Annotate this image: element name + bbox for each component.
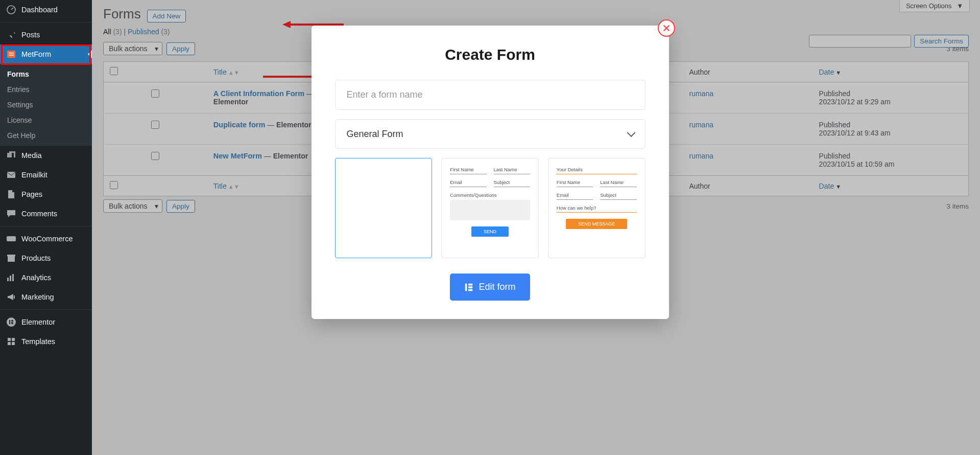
svg-rect-10: [12, 274, 14, 281]
submenu-entries[interactable]: Entries: [0, 82, 92, 97]
svg-rect-8: [7, 278, 9, 281]
active-caret-icon: [88, 50, 92, 58]
media-icon: [6, 150, 16, 161]
template-contact-2[interactable]: Your Details First Name Last Name Email …: [548, 158, 646, 258]
sidebar-item-woocommerce[interactable]: WooCommerce: [0, 229, 92, 248]
edit-form-label: Edit form: [479, 282, 515, 292]
template-blank[interactable]: [335, 158, 433, 258]
elementor-icon: [464, 283, 473, 292]
metform-icon: [6, 49, 16, 59]
sidebar-item-elementor[interactable]: Elementor: [0, 312, 92, 332]
elementor-icon: [6, 317, 16, 327]
sidebar-label: Templates: [21, 337, 55, 346]
products-icon: [6, 253, 16, 263]
sidebar-label: Comments: [21, 210, 57, 218]
create-form-modal: Create Form General Form First Name Last…: [312, 26, 669, 319]
sidebar-label: Analytics: [21, 274, 51, 282]
sidebar-label: Products: [21, 254, 51, 262]
sidebar-item-templates[interactable]: Templates: [0, 332, 92, 351]
svg-rect-5: [7, 236, 16, 241]
sidebar-label: Dashboard: [21, 6, 58, 14]
sidebar-item-analytics[interactable]: Analytics: [0, 268, 92, 287]
sidebar-label: Pages: [21, 190, 42, 198]
svg-rect-18: [12, 338, 15, 341]
svg-rect-3: [9, 55, 14, 56]
sidebar-label: Emailkit: [21, 171, 47, 179]
modal-title: Create Form: [335, 46, 646, 63]
pin-icon: [6, 30, 16, 40]
svg-rect-26: [469, 283, 473, 285]
svg-rect-16: [11, 323, 13, 324]
svg-rect-2: [9, 53, 14, 54]
svg-rect-14: [11, 320, 13, 321]
svg-rect-25: [465, 283, 467, 290]
template-preview-send: SEND MESSAGE: [566, 219, 627, 229]
sidebar-label: MetForm: [21, 50, 51, 58]
svg-rect-6: [8, 256, 15, 262]
template-contact-1[interactable]: First Name Last Name Email Subject Comme…: [441, 158, 539, 258]
template-gallery: First Name Last Name Email Subject Comme…: [335, 158, 646, 258]
sidebar-label: Posts: [21, 31, 40, 39]
submenu-settings[interactable]: Settings: [0, 97, 92, 112]
svg-rect-1: [7, 51, 15, 58]
submenu-forms[interactable]: Forms: [0, 66, 92, 82]
megaphone-icon: [6, 292, 16, 302]
svg-rect-17: [8, 338, 11, 341]
template-preview-send: SEND: [471, 226, 509, 237]
svg-rect-11: [14, 295, 15, 299]
form-name-input[interactable]: [335, 80, 646, 110]
sidebar-label: Marketing: [21, 293, 54, 301]
dashboard-icon: [6, 5, 16, 15]
comments-icon: [6, 209, 16, 219]
edit-form-button[interactable]: Edit form: [450, 274, 530, 301]
submenu-get-help[interactable]: Get Help: [0, 128, 92, 143]
admin-sidebar: Dashboard Posts MetForm Forms Entries Se…: [0, 0, 92, 455]
svg-rect-15: [11, 322, 13, 323]
svg-rect-7: [7, 255, 15, 256]
svg-rect-28: [469, 289, 473, 291]
sidebar-label: WooCommerce: [21, 235, 73, 243]
analytics-icon: [6, 272, 16, 283]
sidebar-item-comments[interactable]: Comments: [0, 204, 92, 223]
templates-icon: [6, 336, 16, 347]
metform-submenu: Forms Entries Settings License Get Help: [0, 64, 92, 146]
svg-rect-13: [9, 320, 10, 324]
sidebar-label: Elementor: [21, 318, 55, 326]
sidebar-item-posts[interactable]: Posts: [0, 25, 92, 44]
svg-rect-27: [469, 286, 473, 288]
sidebar-item-dashboard[interactable]: Dashboard: [0, 0, 92, 19]
submenu-license[interactable]: License: [0, 112, 92, 128]
svg-rect-20: [12, 342, 15, 345]
svg-rect-4: [7, 172, 15, 178]
close-icon: [662, 24, 671, 32]
svg-rect-19: [8, 342, 11, 345]
sidebar-item-media[interactable]: Media: [0, 146, 92, 165]
woocommerce-icon: [6, 234, 16, 244]
sidebar-item-marketing[interactable]: Marketing: [0, 287, 92, 307]
sidebar-item-metform[interactable]: MetForm: [0, 44, 92, 64]
mail-icon: [6, 170, 16, 180]
form-type-select[interactable]: General Form: [335, 119, 646, 149]
modal-close-button[interactable]: [658, 19, 675, 37]
sidebar-label: Media: [21, 151, 42, 160]
sidebar-item-products[interactable]: Products: [0, 248, 92, 268]
sidebar-item-pages[interactable]: Pages: [0, 185, 92, 204]
pages-icon: [6, 189, 16, 199]
svg-rect-9: [10, 276, 11, 281]
sidebar-item-emailkit[interactable]: Emailkit: [0, 165, 92, 185]
